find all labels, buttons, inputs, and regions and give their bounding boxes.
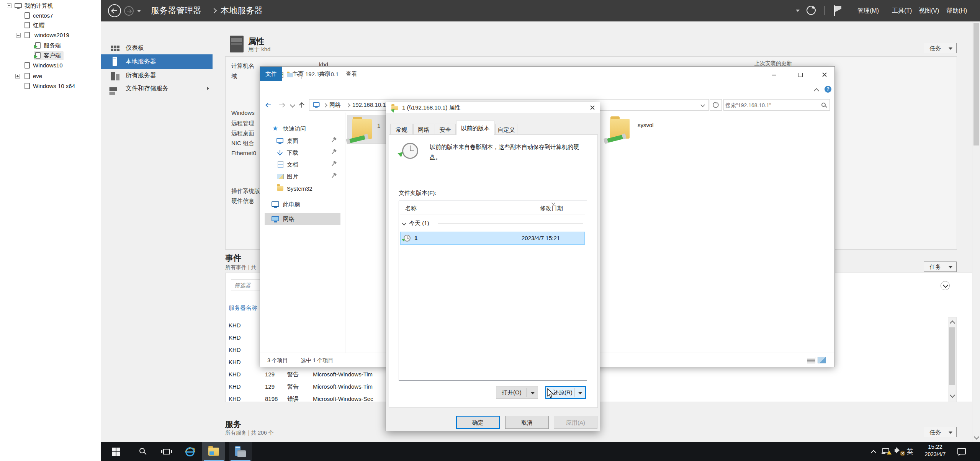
sidebar-item-all-servers[interactable]: 所有服务器 bbox=[101, 70, 213, 81]
expand-toggle-icon[interactable] bbox=[15, 74, 20, 78]
dialog-titlebar[interactable]: 1 (\\192.168.10.1) 属性 bbox=[386, 102, 600, 113]
nav-back-icon[interactable] bbox=[265, 102, 272, 108]
window-scrollbar[interactable] bbox=[972, 21, 980, 442]
vm-tree-item[interactable]: Windows 10 x64 bbox=[0, 82, 101, 91]
sidebar-item-dashboard[interactable]: 仪表板 bbox=[101, 42, 213, 54]
collapse-toggle-icon[interactable] bbox=[7, 3, 11, 8]
menu-manage[interactable]: 管理(M) bbox=[857, 7, 879, 15]
start-button[interactable] bbox=[106, 442, 127, 461]
nav-pictures[interactable]: 图片 bbox=[260, 172, 345, 182]
restore-dropdown-icon[interactable] bbox=[578, 392, 582, 394]
nav-this-pc[interactable]: 此电脑 bbox=[260, 200, 345, 210]
menu-view[interactable]: 视图(V) bbox=[919, 7, 939, 15]
vm-tree-item[interactable]: centos7 bbox=[0, 11, 101, 21]
refresh-icon[interactable] bbox=[807, 6, 816, 15]
sidebar-item-file-storage[interactable]: 文件和存储服务 bbox=[101, 83, 213, 94]
dialog-tab-customize[interactable]: 自定义 bbox=[495, 124, 517, 135]
dialog-tab-previous-versions[interactable]: 以前的版本 bbox=[456, 121, 494, 135]
taskbar-search-button[interactable] bbox=[132, 442, 153, 461]
taskbar-ie-button[interactable] bbox=[179, 442, 201, 461]
dialog-tab-network[interactable]: 网络 bbox=[413, 124, 434, 135]
apply-button[interactable]: 应用(A) bbox=[554, 416, 597, 429]
tab-file[interactable]: 文件 bbox=[260, 67, 282, 81]
vm-tree-item-root[interactable]: 我的计算机 bbox=[0, 2, 101, 11]
open-dropdown-icon[interactable] bbox=[531, 392, 535, 394]
tab-view[interactable]: 查看 bbox=[340, 67, 363, 81]
vm-tree-item[interactable]: 红帽 bbox=[0, 21, 101, 30]
expand-arrow-icon[interactable] bbox=[207, 87, 209, 90]
dialog-tab-general[interactable]: 常规 bbox=[390, 124, 413, 135]
action-center-icon[interactable] bbox=[957, 448, 966, 454]
services-tasks-button[interactable]: 任务 bbox=[924, 427, 957, 437]
nav-up-icon[interactable] bbox=[298, 102, 305, 108]
version-row-selected[interactable]: 1 2023/4/7 15:21 bbox=[400, 232, 585, 245]
tab-home[interactable]: 主页 bbox=[287, 67, 309, 81]
tray-overflow-icon[interactable] bbox=[871, 450, 876, 455]
group-collapse-icon[interactable] bbox=[402, 221, 406, 225]
menu-tools[interactable]: 工具(T) bbox=[892, 7, 912, 15]
open-split-button[interactable]: 打开(O) bbox=[496, 386, 538, 399]
event-row[interactable]: KHD 129 警告 Microsoft-Windows-Tim bbox=[226, 381, 980, 393]
breadcrumb-host[interactable]: 192.168.10.1 bbox=[352, 101, 386, 108]
vm-tree-item-selected[interactable]: 客户端 bbox=[0, 51, 101, 60]
nav-network-selected[interactable]: 网络 bbox=[265, 213, 340, 225]
back-button[interactable] bbox=[108, 4, 121, 17]
minimize-button[interactable] bbox=[766, 70, 783, 80]
cancel-button[interactable]: 取消 bbox=[505, 416, 549, 429]
group-label[interactable]: 今天 (1) bbox=[409, 220, 429, 227]
task-view-button[interactable] bbox=[155, 442, 177, 461]
nav-system32[interactable]: System32 bbox=[260, 184, 345, 194]
taskbar-server-manager-button[interactable] bbox=[229, 442, 252, 461]
vm-tree-item[interactable]: eve bbox=[0, 72, 101, 81]
menu-help[interactable]: 帮助(H) bbox=[946, 7, 967, 15]
ok-button[interactable]: 确定 bbox=[456, 416, 500, 429]
tab-share[interactable]: 共享 bbox=[314, 67, 336, 81]
nav-documents[interactable]: 文档 bbox=[260, 160, 345, 170]
ribbon-collapse-icon[interactable] bbox=[814, 88, 819, 93]
server-manager-header: 服务器管理器 本地服务器 管理(M) 工具(T) 视图(V) 帮助(H) bbox=[101, 0, 980, 21]
prop-label: 硬件信息 bbox=[231, 198, 254, 205]
close-button[interactable] bbox=[815, 70, 833, 80]
dialog-close-button[interactable] bbox=[587, 103, 598, 112]
events-scrollbar[interactable] bbox=[948, 317, 957, 402]
address-dropdown-icon[interactable] bbox=[700, 103, 705, 107]
search-box[interactable] bbox=[723, 99, 830, 111]
dialog-tab-security[interactable]: 安全 bbox=[435, 124, 456, 135]
tray-clock[interactable]: 15:22 2023/4/7 bbox=[919, 443, 951, 460]
thumbnail-view-icon[interactable] bbox=[818, 357, 826, 363]
forward-button[interactable] bbox=[124, 6, 134, 16]
taskbar-explorer-button[interactable] bbox=[202, 442, 225, 461]
help-icon[interactable] bbox=[825, 86, 831, 93]
nav-quick-access[interactable]: ★ 快速访问 bbox=[260, 124, 345, 134]
file-item[interactable]: sysvol bbox=[608, 115, 674, 143]
notifications-dropdown-icon[interactable] bbox=[796, 10, 800, 12]
search-input[interactable] bbox=[725, 100, 814, 110]
nav-downloads[interactable]: 下载 bbox=[260, 148, 345, 158]
event-row[interactable]: KHD 129 警告 Microsoft-Windows-Tim bbox=[226, 369, 980, 381]
vm-tree-item[interactable]: Windows10 bbox=[0, 61, 101, 70]
col-name[interactable]: 名称 bbox=[405, 205, 417, 212]
details-view-icon[interactable] bbox=[807, 357, 815, 363]
nav-forward-icon[interactable] bbox=[278, 102, 285, 108]
sidebar-item-local-server[interactable]: 本地服务器 bbox=[101, 54, 213, 69]
properties-tasks-button[interactable]: 任务 bbox=[924, 43, 957, 53]
nav-history-dropdown-icon[interactable] bbox=[137, 10, 141, 12]
refresh-button[interactable] bbox=[710, 99, 722, 111]
nav-desktop[interactable]: 桌面 bbox=[260, 136, 345, 146]
volume-icon[interactable] bbox=[895, 449, 897, 452]
col-date[interactable]: 修改日期 bbox=[540, 205, 563, 212]
collapse-toggle-icon[interactable] bbox=[16, 33, 21, 38]
vm-tree-item[interactable]: windows2019 bbox=[0, 31, 101, 40]
maximize-button[interactable] bbox=[792, 70, 809, 80]
breadcrumb-root[interactable]: 服务器管理器 bbox=[151, 5, 201, 16]
event-row[interactable]: KHD 8198 错误 Microsoft-Windows-Sec bbox=[226, 393, 980, 405]
vm-tree-item[interactable]: 服务端 bbox=[0, 41, 101, 51]
nav-recent-icon[interactable] bbox=[290, 102, 295, 108]
prop-label: 域 bbox=[231, 73, 237, 80]
events-tasks-button[interactable]: 任务 bbox=[924, 262, 957, 272]
flag-icon[interactable] bbox=[834, 5, 835, 16]
breadcrumb-network[interactable]: 网络 bbox=[329, 101, 341, 109]
versions-list[interactable]: 名称 修改日期 今天 (1) 1 2023/4/7 15:21 bbox=[399, 201, 587, 381]
collapse-section-icon[interactable] bbox=[941, 281, 950, 290]
language-indicator[interactable]: 英 bbox=[907, 447, 913, 456]
